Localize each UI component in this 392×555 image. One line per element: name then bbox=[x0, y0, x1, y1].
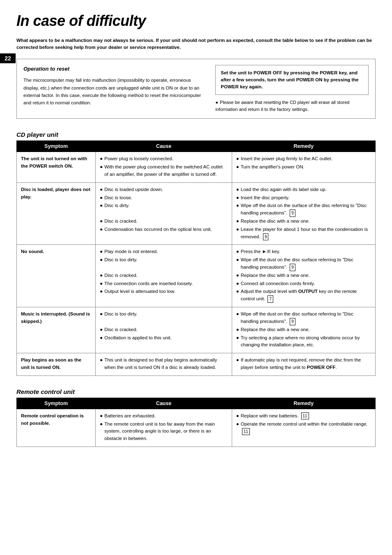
cause-cell: ●Power plug is loosely connected. ●With … bbox=[96, 152, 232, 182]
table-row: Music is interrupted. (Sound is skipped.… bbox=[17, 307, 376, 353]
intro-text: What appears to be a malfunction may not… bbox=[16, 37, 376, 51]
symptom-cell: Remote control operation is not possible… bbox=[17, 409, 96, 447]
reset-left: Operation to reset The microcomputer may… bbox=[23, 65, 207, 113]
symptom-cell: Disc is loaded, player does not play. bbox=[17, 182, 96, 245]
symptom-cell: Play begins as soon as the unit is turne… bbox=[17, 353, 96, 376]
table-row: Remote control operation is not possible… bbox=[17, 409, 376, 447]
reset-left-text: The microcomputer may fall into malfunct… bbox=[23, 76, 207, 107]
table-row: Disc is loaded, player does not play. ●D… bbox=[17, 182, 376, 245]
cd-player-table: Symptom Cause Remedy The unit is not tur… bbox=[16, 140, 376, 376]
remedy-cell: ●Wipe off the dust on the disc surface r… bbox=[232, 307, 375, 353]
reset-instruction-box: Set the unit to POWER OFF by pressing th… bbox=[215, 65, 369, 95]
remedy-cell: ●Load the disc again with its label side… bbox=[232, 182, 375, 245]
remedy-cell: ●If automatic play is not required, remo… bbox=[232, 353, 375, 376]
col-remedy: Remedy bbox=[232, 141, 375, 152]
page-title: In case of difficulty bbox=[16, 12, 376, 30]
page-number: 22 bbox=[0, 53, 16, 63]
remote-control-table: Symptom Cause Remedy Remote control oper… bbox=[16, 398, 376, 447]
symptom-cell: Music is interrupted. (Sound is skipped.… bbox=[17, 307, 96, 353]
remedy-cell: ●Replace with new batteries. 11 ●Operate… bbox=[232, 409, 375, 447]
col-cause-rc: Cause bbox=[96, 398, 232, 409]
col-symptom-rc: Symptom bbox=[17, 398, 96, 409]
col-remedy-rc: Remedy bbox=[232, 398, 375, 409]
reset-note: Please be aware that resetting the CD pl… bbox=[215, 99, 369, 113]
remedy-cell: ●Press the ►/II key. ●Wipe off the dust … bbox=[232, 245, 375, 307]
reset-right: Set the unit to POWER OFF by pressing th… bbox=[215, 65, 369, 113]
col-symptom: Symptom bbox=[17, 141, 96, 152]
table-row: Play begins as soon as the unit is turne… bbox=[17, 353, 376, 376]
remedy-cell: ●Insert the power plug firmly to the AC … bbox=[232, 152, 375, 182]
cause-cell: ●Batteries are exhausted. ●The remote co… bbox=[96, 409, 232, 447]
remote-control-section-heading: Remote control unit bbox=[16, 388, 376, 395]
table-row: No sound. ●Play mode is not entered. ●Di… bbox=[17, 245, 376, 307]
symptom-cell: No sound. bbox=[17, 245, 96, 307]
table-row: The unit is not turned on with the POWER… bbox=[17, 152, 376, 182]
cd-player-section-heading: CD player unit bbox=[16, 131, 376, 138]
cause-cell: ●Play mode is not entered. ●Disc is too … bbox=[96, 245, 232, 307]
reset-heading: Operation to reset bbox=[23, 65, 207, 74]
cause-cell: ●Disc is loaded upside down. ●Disc is lo… bbox=[96, 182, 232, 245]
reset-section: Operation to reset The microcomputer may… bbox=[16, 59, 376, 119]
cause-cell: ●Disc is too dirty. ●Disc is cracked. ●O… bbox=[96, 307, 232, 353]
col-cause: Cause bbox=[96, 141, 232, 152]
symptom-cell: The unit is not turned on with the POWER… bbox=[17, 152, 96, 182]
cause-cell: ●This unit is designed so that play begi… bbox=[96, 353, 232, 376]
